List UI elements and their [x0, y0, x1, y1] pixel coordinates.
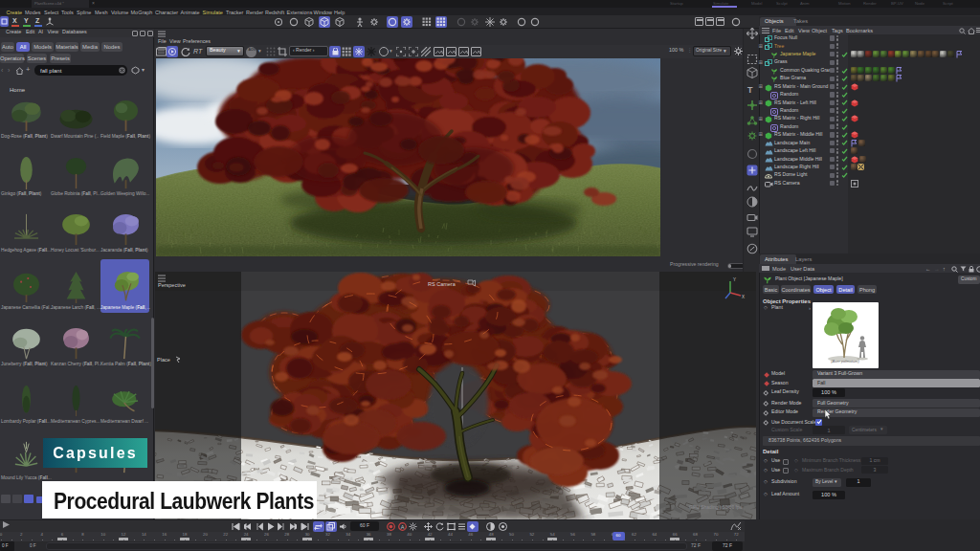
svg-text:A: A [400, 524, 404, 530]
svg-text:GPU Shading | 50/60 fps: GPU Shading | 50/60 fps [689, 504, 743, 510]
svg-text:Perspective: Perspective [158, 282, 186, 288]
svg-text:Place: Place [157, 357, 170, 363]
svg-text:RS Camera: RS Camera [428, 281, 457, 287]
svg-text:(Acer palmatum): (Acer palmatum) [831, 359, 859, 364]
svg-text:Y: Y [733, 277, 736, 282]
svg-text:X: X [742, 295, 745, 299]
